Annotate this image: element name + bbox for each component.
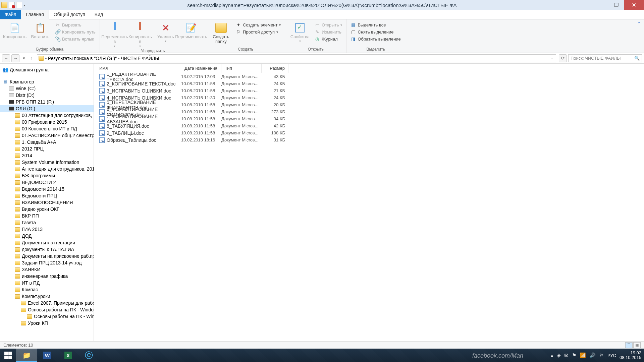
address-dropdown-icon[interactable]: ⌄ (549, 56, 554, 60)
edit-button[interactable]: ✎Изменить (313, 29, 343, 35)
tab-share[interactable]: Общий доступ (49, 10, 90, 19)
tree-item[interactable]: 👥Домашняя группа (0, 66, 94, 73)
tree-item[interactable]: Основы работы на ПК - Windows XI (0, 306, 94, 313)
copy-path-button[interactable]: 🔗Копировать путь (54, 29, 97, 35)
delete-button[interactable]: ✕Удалить▾ (154, 21, 178, 43)
tree-item[interactable]: Задачи ПРЦ 2013-14 уч.год (0, 259, 94, 266)
search-input[interactable]: Поиск: ЧИСТЫЕ ФАЙЛЫ 🔍 (568, 54, 642, 62)
view-details-button[interactable]: ☰ (625, 342, 633, 348)
nav-up-button[interactable]: ↑ (28, 54, 34, 62)
tree-item[interactable]: Компас (0, 286, 94, 293)
tree-item[interactable]: 00 Грифование 2015 (0, 119, 94, 125)
file-row[interactable]: 8_ТАБУЛЯЦИЯ.doc10.08.2010 11:58Документ … (94, 122, 644, 129)
task-ie[interactable]: ⓔ (78, 349, 99, 362)
tray-icon[interactable]: ✉ (564, 352, 569, 358)
col-size[interactable]: Размер (262, 64, 288, 73)
tree-item[interactable]: БЖ программы (0, 172, 94, 179)
ribbon-collapse-icon[interactable]: ⌃ (634, 19, 644, 53)
tree-item[interactable]: System Volume Information (0, 159, 94, 166)
file-row[interactable]: 9_ТАБЛИЦЫ.doc10.08.2010 11:58Документ Mi… (94, 129, 644, 136)
paste-button[interactable]: 📋Вставить (28, 21, 52, 39)
breadcrumb-2[interactable]: ЧИСТЫЕ ФАЙЛЫ (121, 56, 159, 61)
task-excel[interactable]: X (58, 349, 78, 362)
tree-item[interactable]: Distr (D:) (0, 92, 94, 99)
tree-item[interactable]: Excel 2007. Примеры для работы (0, 300, 94, 306)
select-invert-button[interactable]: ◨Обратить выделение (349, 36, 402, 42)
rename-button[interactable]: 📝Переименовать (179, 21, 203, 39)
copy-to-button[interactable]: Копировать в▾ (128, 21, 152, 48)
nav-forward-button[interactable]: → (11, 54, 19, 62)
tree-item[interactable]: Видио уроки ОКГ (0, 206, 94, 213)
tray-volume-icon[interactable]: 🔊 (589, 352, 596, 358)
nav-tree[interactable]: 👥Домашняя группа🖥КомпьютерWin8 (C:)Distr… (0, 64, 94, 341)
tree-item[interactable]: 2012 ПРЦ (0, 145, 94, 152)
tree-item[interactable]: Уроки КП (0, 320, 94, 326)
chevron-right-icon[interactable]: ▸ (45, 56, 47, 60)
tree-item[interactable]: Ведомости 2014-15 (0, 186, 94, 192)
nav-back-button[interactable]: ← (2, 54, 10, 62)
minimize-button[interactable]: — (593, 0, 608, 10)
open-button[interactable]: ▭Открыть▾ (313, 22, 343, 28)
tray-flag-icon[interactable]: 🏳 (599, 353, 604, 358)
refresh-button[interactable]: ⟳ (559, 54, 567, 62)
tray-network-icon[interactable]: 📶 (580, 352, 586, 358)
file-row[interactable]: Образец_Таблицы.doc10.02.2013 18:16Докум… (94, 136, 644, 143)
paste-shortcut-button[interactable]: 📎Вставить ярлык (54, 36, 97, 42)
tree-item[interactable]: Ведомости ПРЦ (0, 192, 94, 199)
tree-item[interactable]: 1. Свадьба А+А (0, 139, 94, 145)
address-bar[interactable]: ▸ Результаты поиска в "ОЛЯ (G:)" ▸ ЧИСТЫ… (37, 54, 556, 62)
tree-item[interactable]: ДОД (0, 233, 94, 239)
history-button[interactable]: ◷Журнал (313, 36, 343, 42)
start-button[interactable] (0, 349, 16, 362)
col-type[interactable]: Тип (221, 64, 262, 73)
tree-item[interactable]: 🖥Компьютер (0, 78, 94, 85)
qat-folder-icon[interactable] (1, 2, 7, 8)
tree-item[interactable]: РГБ ОПП 211 (F:) (0, 99, 94, 105)
tree-item[interactable]: ВЕДОМОСТИ 2 (0, 179, 94, 186)
tray-lang[interactable]: РУС (607, 353, 616, 358)
tray-icon[interactable]: ◈ (557, 352, 561, 358)
chevron-right-icon[interactable]: ▸ (118, 56, 120, 60)
tree-item[interactable]: документы к ТА.ПА.ГИА (0, 246, 94, 253)
tree-item[interactable]: ВКР ПП (0, 213, 94, 219)
tree-item[interactable]: 2014 (0, 152, 94, 159)
tree-item[interactable]: ГИА 2013 (0, 226, 94, 233)
easy-access-button[interactable]: ⚐Простой доступ▾ (234, 29, 282, 35)
move-to-button[interactable]: Переместить в▾ (103, 21, 127, 48)
file-row[interactable]: 1_РЕДАКТИРОВАНИЕ ТЕКСТА.doc13.02.2015 12… (94, 73, 644, 80)
qat-properties-icon[interactable] (9, 2, 15, 8)
tree-item[interactable]: 00 Конспекты по ИТ в ПД (0, 125, 94, 132)
file-row[interactable]: 2_КОПИРОВАНИЕ ТЕКСТА.doc10.08.2010 11:58… (94, 80, 644, 87)
tray-clock[interactable]: 19:02 08.10.2015 (620, 351, 641, 360)
tree-item[interactable]: Документы к аттестации (0, 239, 94, 246)
new-item-button[interactable]: ✦Создать элемент▾ (234, 22, 282, 28)
new-folder-button[interactable]: Создать папку (209, 21, 233, 44)
tree-item[interactable]: ЗАЯВКИ (0, 266, 94, 273)
tree-item[interactable]: Газета (0, 219, 94, 226)
file-row[interactable]: 3_ИСПРАВИТЬ ОШИБКИ.doc10.08.2010 11:58До… (94, 87, 644, 94)
cut-button[interactable]: ✂Вырезать (54, 22, 97, 28)
nav-recent-dropdown[interactable]: ▾ (21, 54, 27, 62)
task-explorer[interactable]: 📁 (16, 349, 37, 362)
properties-button[interactable]: Свойства▾ (288, 21, 312, 43)
tree-item[interactable]: 00 Аттестация для сотрудников, 2014 (0, 112, 94, 119)
tree-item[interactable]: ВЗАИМОПОСЕЩЕНИЯ (0, 199, 94, 206)
tree-item[interactable]: инженерная графика (0, 273, 94, 280)
task-word[interactable]: W (37, 349, 58, 362)
tab-file[interactable]: Файл (0, 10, 21, 19)
tree-item[interactable]: Win8 (C:) (0, 85, 94, 92)
tab-view[interactable]: Вид (90, 10, 108, 19)
qat-dropdown-icon[interactable]: ▾ (23, 3, 25, 7)
col-date[interactable]: Дата изменения (181, 64, 221, 73)
tray-icon[interactable]: ⚑ (572, 352, 576, 358)
close-button[interactable]: ✕ (624, 0, 644, 10)
col-name[interactable]: Имя (94, 64, 181, 73)
maximize-button[interactable]: ❐ (608, 0, 624, 10)
file-row[interactable]: 7_ФОРМАТИРОВАНИЕ АБЗАЦЕВ.doc10.08.2010 1… (94, 115, 644, 122)
file-list[interactable]: 1_РЕДАКТИРОВАНИЕ ТЕКСТА.doc13.02.2015 12… (94, 73, 644, 341)
view-large-button[interactable]: ▦ (633, 342, 641, 348)
qat-new-icon[interactable] (16, 2, 22, 8)
tree-item[interactable]: Документы на присвоение раб.проф (0, 253, 94, 259)
tree-item[interactable]: Компьт.уроки (0, 293, 94, 300)
select-none-button[interactable]: ▢Снять выделение (349, 29, 402, 35)
